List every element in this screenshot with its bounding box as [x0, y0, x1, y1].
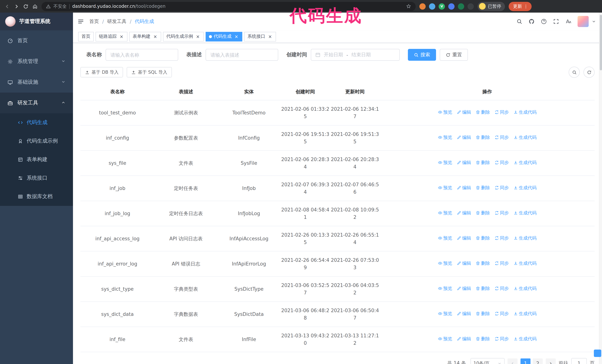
- action-delete-link[interactable]: 删除: [475, 285, 490, 292]
- tab-codegen[interactable]: 代码生成×: [206, 32, 242, 41]
- scrollbar[interactable]: [599, 13, 602, 364]
- browser-reload-icon[interactable]: [23, 3, 29, 9]
- action-preview-link[interactable]: 预览: [438, 159, 452, 166]
- action-edit-link[interactable]: 编辑: [457, 109, 471, 116]
- sidebar-subitem-api[interactable]: 系统接口: [0, 169, 73, 187]
- sprout-extension-icon[interactable]: [468, 3, 474, 10]
- page-button-2[interactable]: 2: [533, 358, 543, 364]
- action-sync-link[interactable]: 同步: [494, 336, 509, 342]
- browser-back-icon[interactable]: [4, 3, 10, 9]
- action-delete-link[interactable]: 删除: [475, 109, 490, 116]
- action-sync-link[interactable]: 同步: [494, 210, 509, 217]
- action-delete-link[interactable]: 删除: [475, 210, 490, 217]
- refresh-table-button[interactable]: [583, 67, 595, 78]
- github-icon[interactable]: [529, 19, 535, 24]
- action-generate-link[interactable]: 生成代码: [513, 159, 537, 166]
- action-edit-link[interactable]: 编辑: [457, 311, 471, 317]
- action-sync-link[interactable]: 同步: [494, 235, 509, 242]
- action-generate-link[interactable]: 生成代码: [513, 235, 537, 242]
- profile-paused-badge[interactable]: 已暂停: [478, 2, 505, 11]
- import-db-button[interactable]: 基于 DB 导入: [80, 67, 123, 77]
- tab-close-icon[interactable]: ×: [268, 34, 273, 39]
- sidebar-subitem-codegen-demo[interactable]: 代码生成示例: [0, 132, 73, 150]
- action-preview-link[interactable]: 预览: [438, 260, 452, 267]
- tab-close-icon[interactable]: ×: [119, 34, 124, 39]
- goto-page-input[interactable]: [571, 358, 587, 364]
- table-name-input[interactable]: [106, 49, 178, 61]
- action-generate-link[interactable]: 生成代码: [513, 109, 537, 116]
- tab-close-icon[interactable]: ×: [195, 34, 200, 39]
- app-logo[interactable]: 芋道管理系统: [0, 13, 73, 30]
- action-sync-link[interactable]: 同步: [494, 285, 509, 292]
- hamburger-menu-icon[interactable]: [77, 18, 84, 25]
- reset-button[interactable]: 重置: [440, 49, 468, 61]
- fullscreen-icon[interactable]: [553, 19, 559, 24]
- action-edit-link[interactable]: 编辑: [457, 235, 471, 242]
- sidebar-subitem-db-doc[interactable]: 数据库文档: [0, 187, 73, 206]
- action-edit-link[interactable]: 编辑: [457, 336, 471, 342]
- import-sql-button[interactable]: 基于 SQL 导入: [127, 67, 172, 77]
- prev-page-button[interactable]: ‹: [507, 358, 517, 364]
- action-generate-link[interactable]: 生成代码: [513, 285, 537, 292]
- action-edit-link[interactable]: 编辑: [457, 285, 471, 292]
- sidebar-item-tools[interactable]: 研发工具: [0, 93, 73, 113]
- bookmark-star-icon[interactable]: [406, 4, 411, 9]
- action-sync-link[interactable]: 同步: [494, 311, 509, 317]
- action-preview-link[interactable]: 预览: [438, 109, 452, 116]
- action-preview-link[interactable]: 预览: [438, 185, 452, 191]
- action-sync-link[interactable]: 同步: [494, 260, 509, 267]
- breadcrumb-item[interactable]: 首页: [89, 18, 99, 25]
- tab-form-builder[interactable]: 表单构建×: [129, 32, 161, 41]
- action-delete-link[interactable]: 删除: [475, 159, 490, 166]
- action-delete-link[interactable]: 删除: [475, 235, 490, 242]
- water-drop-extension-icon[interactable]: [429, 3, 435, 10]
- action-delete-link[interactable]: 删除: [475, 311, 490, 317]
- sidebar-subitem-form-builder[interactable]: 表单构建: [0, 150, 73, 169]
- tab-close-icon[interactable]: ×: [234, 34, 239, 39]
- page-button-1[interactable]: 1: [520, 358, 530, 364]
- action-delete-link[interactable]: 删除: [475, 260, 490, 267]
- action-edit-link[interactable]: 编辑: [457, 159, 471, 166]
- action-delete-link[interactable]: 删除: [475, 336, 490, 342]
- sidebar-item-system[interactable]: 系统管理: [0, 51, 73, 72]
- action-preview-link[interactable]: 预览: [438, 235, 452, 242]
- action-preview-link[interactable]: 预览: [438, 210, 452, 217]
- sidebar-item-infra[interactable]: 基础设施: [0, 72, 73, 93]
- browser-forward-icon[interactable]: [14, 3, 19, 9]
- action-generate-link[interactable]: 生成代码: [513, 210, 537, 217]
- tab-close-icon[interactable]: ×: [153, 34, 158, 39]
- green-check-extension-icon[interactable]: V: [439, 3, 445, 10]
- action-preview-link[interactable]: 预览: [438, 311, 452, 317]
- tab-tracer[interactable]: 链路追踪×: [96, 32, 128, 41]
- page-size-select[interactable]: 10条/页: [471, 358, 505, 364]
- action-sync-link[interactable]: 同步: [494, 159, 509, 166]
- sidebar-subitem-codegen[interactable]: 代码生成: [0, 113, 73, 132]
- action-generate-link[interactable]: 生成代码: [513, 185, 537, 191]
- action-preview-link[interactable]: 预览: [438, 134, 452, 141]
- user-avatar[interactable]: [578, 16, 589, 27]
- org-chart-extension-icon[interactable]: [448, 3, 455, 10]
- font-size-icon[interactable]: [565, 19, 571, 24]
- action-sync-link[interactable]: 同步: [494, 134, 509, 141]
- tab-home[interactable]: 首页: [78, 32, 94, 41]
- sidebar-item-home[interactable]: 首页: [0, 30, 73, 51]
- avatar-dropdown-icon[interactable]: [592, 19, 596, 24]
- breadcrumb-item[interactable]: 研发工具: [107, 18, 127, 25]
- action-preview-link[interactable]: 预览: [438, 285, 452, 292]
- action-edit-link[interactable]: 编辑: [457, 260, 471, 267]
- action-delete-link[interactable]: 删除: [475, 134, 490, 141]
- action-generate-link[interactable]: 生成代码: [513, 260, 537, 267]
- back-to-top-button[interactable]: [594, 350, 601, 357]
- browser-update-button[interactable]: 更新: [509, 2, 532, 11]
- create-time-range-picker[interactable]: 开始日期 - 结束日期: [311, 49, 400, 61]
- action-edit-link[interactable]: 编辑: [457, 185, 471, 191]
- scrollbar-thumb[interactable]: [600, 15, 602, 70]
- action-sync-link[interactable]: 同步: [494, 185, 509, 191]
- search-button[interactable]: 搜索: [408, 49, 436, 61]
- action-delete-link[interactable]: 删除: [475, 185, 490, 191]
- header-search-icon[interactable]: [516, 19, 522, 24]
- action-preview-link[interactable]: 预览: [438, 336, 452, 342]
- tab-api[interactable]: 系统接口×: [244, 32, 276, 41]
- action-edit-link[interactable]: 编辑: [457, 134, 471, 141]
- leaf-extension-icon[interactable]: [458, 3, 464, 10]
